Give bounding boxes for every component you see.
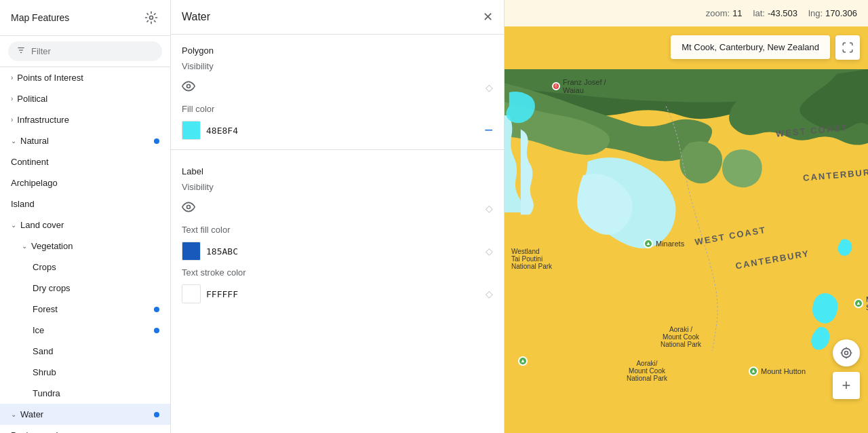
filter-input[interactable] [31, 46, 154, 56]
sidebar-item-label: Continent [11, 157, 49, 167]
sidebar-item-political[interactable]: › Political [0, 88, 170, 109]
filter-bar [0, 36, 170, 67]
sidebar-item-label: Natural [20, 136, 49, 146]
minus-button[interactable]: − [484, 123, 493, 138]
active-dot [154, 328, 159, 333]
active-dot [154, 412, 159, 417]
sidebar-item-crops[interactable]: Crops [0, 257, 170, 278]
label-eye-icon[interactable] [182, 200, 195, 216]
active-dot [154, 138, 159, 144]
text-fill-color-swatch[interactable] [182, 242, 201, 261]
sidebar-item-sand[interactable]: Sand [0, 341, 170, 362]
sidebar-item-island[interactable]: Island [0, 193, 170, 214]
sidebar-item-natural[interactable]: ⌄ Natural [0, 130, 170, 151]
close-button[interactable]: ✕ [483, 10, 493, 24]
text-stroke-color-swatch[interactable] [182, 284, 201, 303]
filter-input-wrap [8, 41, 162, 61]
arrow-icon: ⌄ [11, 137, 16, 145]
sidebar-item-forest[interactable]: Forest [0, 299, 170, 320]
sidebar-item-dry-crops[interactable]: Dry crops [0, 278, 170, 299]
sidebar-item-label: Tundra [33, 388, 60, 398]
sidebar-item-points-of-interest[interactable]: › Points of Interest [0, 67, 170, 88]
svg-point-4 [187, 85, 191, 88]
label-diamond-icon[interactable]: ◇ [486, 203, 493, 214]
lng-stat: lng: 170.306 [808, 8, 857, 18]
arrow-icon: › [11, 95, 13, 102]
sidebar-item-label: Political [17, 94, 47, 104]
sidebar-item-label: Crops [33, 262, 56, 272]
fill-color-label: Fill color [171, 101, 504, 117]
svg-point-0 [150, 16, 153, 20]
fill-color-swatch[interactable] [182, 121, 201, 140]
text-stroke-color-value: FFFFFF [206, 289, 238, 299]
panel-title: Water [182, 11, 210, 23]
sidebar-item-vegetation[interactable]: ⌄ Vegetation [0, 236, 170, 257]
active-dot [154, 307, 159, 312]
sidebar-item-label: Archipelago [11, 178, 58, 188]
label-section-title: Label [171, 155, 504, 179]
text-fill-color-inner: 185ABC [182, 242, 238, 261]
sidebar-item-label: Vegetation [31, 241, 73, 251]
sidebar-item-land-cover[interactable]: ⌄ Land cover [0, 214, 170, 236]
zoom-in-button[interactable]: + [833, 372, 860, 399]
sidebar-item-water[interactable]: ⌄ Water [0, 404, 170, 425]
polygon-visibility-row: ◇ [171, 74, 504, 101]
sidebar-item-label: Background [11, 430, 58, 433]
sidebar-item-label: Water [20, 409, 43, 419]
arrow-icon: ⌄ [11, 411, 16, 418]
sidebar-item-label: Dry crops [33, 283, 71, 293]
left-panel: Map Features › Points of Interest [0, 0, 171, 433]
app-title: Map Features [11, 12, 69, 23]
arrow-icon: › [11, 74, 13, 81]
map-controls: + [833, 339, 860, 399]
svg-point-5 [187, 206, 191, 209]
text-fill-color-value: 185ABC [206, 246, 238, 257]
text-fill-color-row: 185ABC ◇ [171, 238, 504, 265]
sidebar-item-tundra[interactable]: Tundra [0, 383, 170, 404]
fullscreen-button[interactable] [835, 35, 860, 60]
sidebar-item-label: Shrub [33, 367, 56, 377]
sidebar-item-background[interactable]: Background [0, 425, 170, 433]
text-stroke-color-label: Text stroke color [171, 265, 504, 280]
text-stroke-color-row: FFFFFF ◇ [171, 280, 504, 307]
sidebar-item-continent[interactable]: Continent [0, 151, 170, 172]
svg-point-7 [845, 352, 848, 355]
sidebar-item-archipelago[interactable]: Archipelago [0, 172, 170, 193]
arrow-icon: › [11, 116, 13, 124]
map-header: zoom: 11 lat: -43.503 lng: 170.306 [505, 0, 868, 26]
sidebar-item-label: Forest [33, 304, 58, 314]
map-area[interactable]: zoom: 11 lat: -43.503 lng: 170.306 Mt Co… [505, 0, 868, 433]
text-fill-color-label: Text fill color [171, 222, 504, 238]
sidebar-item-infrastructure[interactable]: › Infrastructure [0, 109, 170, 130]
mid-header: Water ✕ [171, 0, 504, 35]
sidebar-item-label: Ice [33, 325, 44, 335]
text-stroke-diamond-icon[interactable]: ◇ [486, 288, 493, 299]
left-header: Map Features [0, 0, 170, 36]
sidebar-item-shrub[interactable]: Shrub [0, 362, 170, 383]
lng-value: 170.306 [825, 8, 857, 18]
sidebar-item-ice[interactable]: Ice [0, 320, 170, 341]
arrow-icon: ⌄ [22, 242, 27, 250]
lat-value: -43.503 [768, 8, 797, 18]
settings-button[interactable] [143, 10, 159, 26]
label-visibility-row: ◇ [171, 195, 504, 222]
filter-icon [16, 45, 26, 57]
eye-icon[interactable] [182, 79, 195, 96]
location-text: Mt Cook, Canterbury, New Zealand [682, 42, 819, 52]
text-fill-diamond-icon[interactable]: ◇ [486, 246, 493, 257]
diamond-icon[interactable]: ◇ [486, 82, 493, 93]
fill-color-row: 48E8F4 − [171, 117, 504, 144]
sidebar-item-label: Island [11, 199, 35, 209]
visibility-label: Visibility [171, 58, 504, 74]
fill-color-inner: 48E8F4 [182, 121, 238, 140]
fill-color-value: 48E8F4 [206, 126, 238, 136]
location-button[interactable] [833, 339, 860, 366]
lat-stat: lat: -43.503 [753, 8, 797, 18]
zoom-label: zoom: [706, 8, 730, 18]
zoom-stat: zoom: 11 [706, 8, 743, 18]
sidebar-item-label: Sand [33, 346, 53, 356]
zoom-value: 11 [732, 8, 742, 18]
text-stroke-color-inner: FFFFFF [182, 284, 238, 303]
label-visibility-label: Visibility [171, 179, 504, 195]
polygon-section-title: Polygon [171, 35, 504, 58]
